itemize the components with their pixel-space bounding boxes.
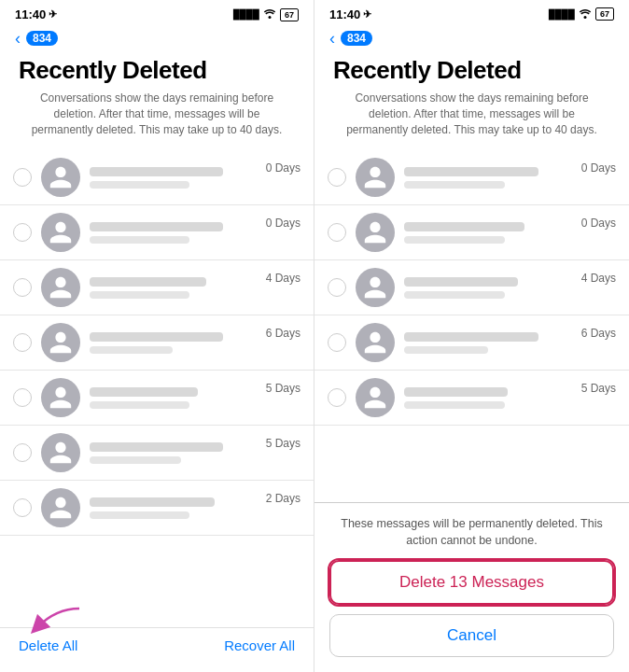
left-message-list: 0 Days 0 Days 4 Days <box>0 150 314 536</box>
r-days-3: 4 Days <box>581 268 616 285</box>
right-signal-icon: ▉▉▉▉ <box>549 9 575 20</box>
select-radio-4[interactable] <box>13 333 32 352</box>
right-location-icon: ✈ <box>363 8 371 21</box>
right-battery-icon: 67 <box>595 9 614 19</box>
r-message-content-4 <box>404 332 572 354</box>
r-select-radio-2[interactable] <box>328 223 346 242</box>
r-preview-blur-3 <box>404 291 505 299</box>
name-blur-3 <box>90 277 206 287</box>
days-3: 4 Days <box>266 268 301 285</box>
select-radio-3[interactable] <box>13 278 32 297</box>
list-item[interactable]: 4 Days <box>314 260 629 315</box>
preview-blur-3 <box>90 291 189 299</box>
avatar-6 <box>41 433 80 472</box>
avatar-1 <box>41 158 80 197</box>
list-item[interactable]: 5 Days <box>0 426 314 481</box>
preview-blur-7 <box>90 511 189 519</box>
days-2: 0 Days <box>266 213 301 230</box>
right-phone-panel: 11:40 ✈ ▉▉▉▉ 67 ‹ 834 Recently Deleted C… <box>314 0 629 672</box>
message-content-4 <box>90 332 257 354</box>
avatar-5 <box>41 378 80 417</box>
r-message-content-1 <box>404 167 572 189</box>
list-item[interactable]: 6 Days <box>314 315 629 371</box>
select-radio-6[interactable] <box>13 443 32 462</box>
list-item[interactable]: 0 Days <box>0 150 314 205</box>
r-days-2: 0 Days <box>581 213 616 230</box>
left-nav-badge: 834 <box>26 31 58 46</box>
right-status-bar: 11:40 ✈ ▉▉▉▉ 67 <box>314 0 629 26</box>
left-battery-icon: 67 <box>280 9 299 20</box>
r-days-4: 6 Days <box>581 323 616 340</box>
list-item[interactable]: 0 Days <box>314 150 629 205</box>
recover-all-button[interactable]: Recover All <box>224 637 295 653</box>
days-7: 2 Days <box>266 488 301 505</box>
list-item[interactable]: 5 Days <box>314 371 629 426</box>
r-name-blur-5 <box>404 387 508 397</box>
list-item[interactable]: 2 Days <box>0 481 314 536</box>
list-item[interactable]: 4 Days <box>0 260 314 315</box>
r-preview-blur-2 <box>404 236 505 244</box>
list-item[interactable]: 0 Days <box>314 205 629 260</box>
list-item[interactable]: 5 Days <box>0 371 314 426</box>
message-content-2 <box>90 222 257 244</box>
left-location-icon: ✈ <box>49 8 57 21</box>
delete-messages-button[interactable]: Delete 13 Messages <box>329 560 614 605</box>
r-message-content-2 <box>404 222 572 244</box>
preview-blur-1 <box>90 181 189 189</box>
left-back-button[interactable]: ‹ <box>15 30 21 47</box>
r-name-blur-2 <box>404 222 524 231</box>
r-avatar-5 <box>356 378 395 417</box>
message-content-1 <box>90 167 257 189</box>
action-sheet-warning: These messages will be permanently delet… <box>329 516 614 549</box>
r-days-1: 0 Days <box>581 158 616 175</box>
r-select-radio-5[interactable] <box>328 388 346 407</box>
right-nav-bar: ‹ 834 <box>314 26 629 52</box>
right-back-button[interactable]: ‹ <box>329 30 335 47</box>
r-preview-blur-5 <box>404 401 505 409</box>
r-select-radio-3[interactable] <box>328 278 346 297</box>
days-4: 6 Days <box>266 323 301 340</box>
select-radio-7[interactable] <box>13 498 32 517</box>
left-status-bar: 11:40 ✈ ▉▉▉▉ 67 <box>0 0 314 26</box>
left-bottom-bar: Delete All Recover All <box>0 627 314 672</box>
left-nav-bar: ‹ 834 <box>0 26 314 52</box>
preview-blur-2 <box>90 236 189 244</box>
r-select-radio-4[interactable] <box>328 333 346 352</box>
left-status-time: 11:40 ✈ <box>15 7 57 21</box>
left-subtitle: Conversations show the days remaining be… <box>0 91 314 150</box>
right-status-time: 11:40 ✈ <box>329 7 371 21</box>
message-content-3 <box>90 277 257 299</box>
delete-all-button[interactable]: Delete All <box>19 637 77 653</box>
select-radio-2[interactable] <box>13 223 32 242</box>
avatar-3 <box>41 268 80 307</box>
r-days-5: 5 Days <box>581 378 616 395</box>
select-radio-5[interactable] <box>13 388 32 407</box>
name-blur-6 <box>90 442 223 452</box>
r-name-blur-3 <box>404 277 518 287</box>
select-radio-1[interactable] <box>13 168 32 187</box>
list-item[interactable]: 6 Days <box>0 315 314 371</box>
right-message-list: 0 Days 0 Days 4 Days <box>314 150 629 426</box>
left-page-title: Recently Deleted <box>0 52 314 91</box>
r-name-blur-4 <box>404 332 538 342</box>
r-message-content-3 <box>404 277 572 299</box>
message-content-5 <box>90 387 257 409</box>
left-phone-panel: 11:40 ✈ ▉▉▉▉ 67 ‹ 834 Recently Deleted C… <box>0 0 314 672</box>
preview-blur-4 <box>90 346 173 354</box>
right-status-icons: ▉▉▉▉ 67 <box>549 8 614 21</box>
right-subtitle: Conversations show the days remaining be… <box>314 91 629 150</box>
list-item[interactable]: 0 Days <box>0 205 314 260</box>
left-status-icons: ▉▉▉▉ 67 <box>233 8 299 21</box>
name-blur-4 <box>90 332 223 342</box>
cancel-button[interactable]: Cancel <box>329 614 614 657</box>
name-blur-5 <box>90 387 198 397</box>
right-page-title: Recently Deleted <box>314 52 629 91</box>
r-preview-blur-4 <box>404 346 488 354</box>
preview-blur-5 <box>90 401 189 409</box>
svg-point-0 <box>268 16 271 19</box>
r-name-blur-1 <box>404 167 538 176</box>
r-select-radio-1[interactable] <box>328 168 346 187</box>
avatar-4 <box>41 323 80 362</box>
avatar-2 <box>41 213 80 252</box>
preview-blur-6 <box>90 456 181 464</box>
